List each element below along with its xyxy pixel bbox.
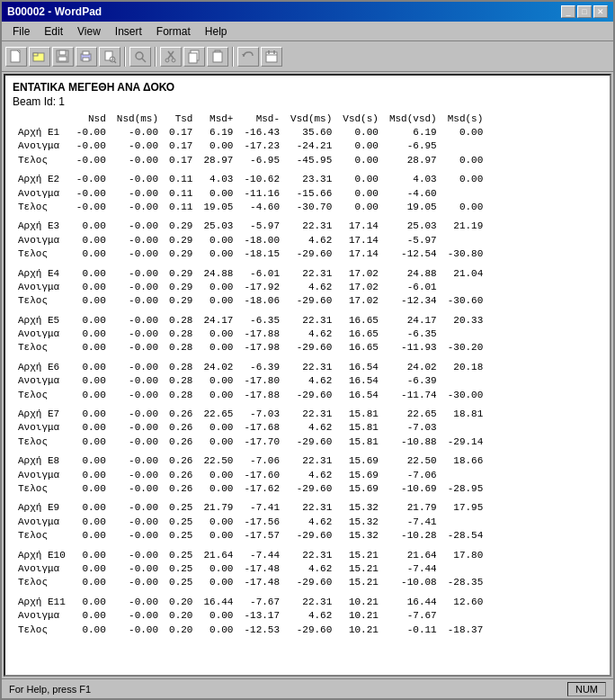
cell-label: Αρχή Ε9 <box>13 496 71 515</box>
cell-nsdms: -0.00 <box>111 402 164 421</box>
cell-vsds: 17.14 <box>337 214 384 233</box>
cell-nsdms: -0.00 <box>111 154 164 167</box>
cell-vsdms: -45.95 <box>285 154 337 167</box>
cell-nsd: 0.00 <box>71 482 111 496</box>
cell-msdm: -17.57 <box>238 529 285 543</box>
main-window: B00002 - WordPad _ □ ✕ File Edit View In… <box>0 0 615 700</box>
cell-nsd: 0.00 <box>71 449 111 468</box>
cell-label: Αρχή Ε3 <box>13 214 71 233</box>
cell-nsd: 0.00 <box>71 421 111 435</box>
table-row: Τελος0.00-0.000.280.00-17.88-29.6016.54-… <box>13 389 488 402</box>
cell-vsds: 16.54 <box>337 374 384 388</box>
insert-date-button[interactable] <box>261 47 282 67</box>
window-title: B00002 - WordPad <box>7 5 102 18</box>
undo-button[interactable] <box>237 47 259 67</box>
cell-vsdms: -30.70 <box>285 201 337 214</box>
cell-nsdms: -0.00 <box>111 624 164 637</box>
table-row: Ανοιγμα0.00-0.000.260.00-17.604.6215.69-… <box>13 469 488 482</box>
menu-format[interactable]: Format <box>149 23 198 40</box>
cell-msds: 17.95 <box>442 496 489 515</box>
cell-vsds: 15.81 <box>337 435 384 449</box>
cell-msdm: -7.03 <box>238 402 285 421</box>
cell-nsdms: -0.00 <box>111 449 164 468</box>
maximize-button[interactable]: □ <box>577 5 592 18</box>
document-scroll[interactable]: ΕΝΤΑΤΙΚΑ ΜΕΓΕΘΗ ΑΝΑ ΔΟΚΟ Beam Id: 1 Nsd … <box>5 76 610 675</box>
cell-msdp: 0.00 <box>198 421 238 435</box>
table-row: Ανοιγμα0.00-0.000.280.00-17.884.6216.65-… <box>13 328 488 341</box>
cell-tsd: 0.20 <box>164 590 198 609</box>
cell-tsd: 0.28 <box>164 328 198 341</box>
table-row: Αρχή Ε110.00-0.000.2016.44-7.6722.3110.2… <box>13 590 488 609</box>
cell-tsd: 0.17 <box>164 154 198 167</box>
cell-msds <box>442 328 489 341</box>
table-row: Τελος0.00-0.000.250.00-17.57-29.6015.32-… <box>13 529 488 543</box>
cell-msdp: 0.00 <box>198 247 238 261</box>
cell-nsd: 0.00 <box>71 262 111 281</box>
help-text: For Help, press F1 <box>9 684 91 695</box>
col-header-msds: Msd(s) <box>442 113 489 126</box>
cell-msdvsd: -10.69 <box>384 482 442 496</box>
menu-edit[interactable]: Edit <box>37 23 70 40</box>
paste-button[interactable] <box>207 47 228 67</box>
cell-msds: 18.66 <box>442 449 489 468</box>
minimize-button[interactable]: _ <box>561 5 575 18</box>
cell-vsds: 15.69 <box>337 449 384 468</box>
cell-msdp: 16.44 <box>198 590 238 609</box>
svg-point-16 <box>165 58 169 62</box>
cell-nsdms: -0.00 <box>111 374 164 388</box>
cell-msdvsd: -10.88 <box>384 435 442 449</box>
cell-tsd: 0.11 <box>164 167 198 186</box>
close-button[interactable]: ✕ <box>593 5 608 18</box>
cell-msdvsd: -12.34 <box>384 294 442 308</box>
cell-msds <box>442 421 489 435</box>
cell-msdvsd: 21.64 <box>384 543 442 562</box>
copy-button[interactable] <box>183 47 205 67</box>
cell-nsd: 0.00 <box>71 496 111 515</box>
cell-vsdms: -29.60 <box>285 482 337 496</box>
cell-vsdms: -24.21 <box>285 139 337 153</box>
cell-msdp: 24.17 <box>198 309 238 328</box>
cell-vsds: 15.81 <box>337 421 384 435</box>
cell-msds <box>442 469 489 482</box>
cell-nsdms: -0.00 <box>111 576 164 589</box>
cell-label: Τελος <box>13 482 71 496</box>
cell-vsdms: 4.62 <box>285 421 337 435</box>
cell-msdp: 0.00 <box>198 482 238 496</box>
cell-nsd: 0.00 <box>71 469 111 482</box>
cell-msdp: 21.79 <box>198 496 238 515</box>
table-row: Αρχή Ε80.00-0.000.2622.50-7.0622.3115.69… <box>13 449 488 468</box>
cell-vsdms: 22.31 <box>285 309 337 328</box>
cell-msds: 20.33 <box>442 309 489 328</box>
cell-vsds: 15.21 <box>337 543 384 562</box>
find-button[interactable] <box>129 47 151 67</box>
menu-view[interactable]: View <box>70 23 108 40</box>
open-button[interactable] <box>29 47 50 67</box>
cell-nsd: -0.00 <box>71 167 111 186</box>
cell-nsdms: -0.00 <box>111 482 164 496</box>
cell-msds: 21.04 <box>442 262 489 281</box>
table-row: Ανοιγμα0.00-0.000.290.00-18.004.6217.14-… <box>13 234 488 247</box>
cell-msdvsd: 25.03 <box>384 214 442 233</box>
menu-help[interactable]: Help <box>198 23 235 40</box>
cell-vsds: 0.00 <box>337 187 384 201</box>
cell-vsds: 10.21 <box>337 590 384 609</box>
print-button[interactable] <box>76 47 97 67</box>
menu-insert[interactable]: Insert <box>108 23 149 40</box>
table-row: Αρχή Ε1-0.00-0.000.176.19-16.4335.600.00… <box>13 126 488 139</box>
cell-msdp: 22.50 <box>198 449 238 468</box>
cell-label: Τελος <box>13 294 71 308</box>
cell-vsdms: 22.31 <box>285 543 337 562</box>
new-button[interactable] <box>5 47 27 67</box>
cell-nsdms: -0.00 <box>111 341 164 354</box>
cell-tsd: 0.28 <box>164 355 198 374</box>
print-preview-button[interactable] <box>99 47 120 67</box>
cell-msdp: 28.97 <box>198 154 238 167</box>
cell-nsdms: -0.00 <box>111 247 164 261</box>
cell-label: Αρχή Ε6 <box>13 355 71 374</box>
save-button[interactable] <box>52 47 74 67</box>
cell-nsd: 0.00 <box>71 247 111 261</box>
svg-line-11 <box>114 61 116 63</box>
cell-msdp: 0.00 <box>198 529 238 543</box>
cut-button[interactable] <box>160 47 182 67</box>
menu-file[interactable]: File <box>5 23 37 40</box>
